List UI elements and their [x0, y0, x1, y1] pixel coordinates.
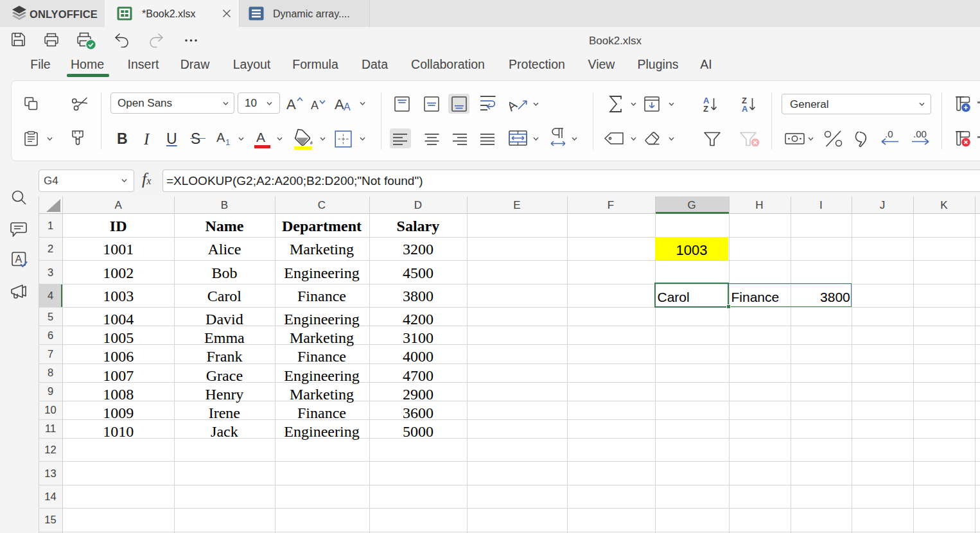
svg-text:A: A [509, 97, 520, 112]
svg-text:A: A [344, 101, 351, 111]
svg-text:A: A [742, 104, 748, 112]
svg-text:A: A [311, 99, 319, 111]
svg-text:A: A [256, 130, 265, 144]
svg-text:A: A [216, 131, 225, 144]
svg-text:.00: .00 [913, 130, 927, 139]
svg-text:A: A [286, 96, 296, 111]
svg-text:.0: .0 [885, 130, 893, 139]
svg-text:A: A [335, 96, 344, 111]
svg-text:Z: Z [703, 104, 708, 112]
svg-text:1: 1 [225, 137, 230, 146]
svg-text:A: A [15, 254, 22, 265]
